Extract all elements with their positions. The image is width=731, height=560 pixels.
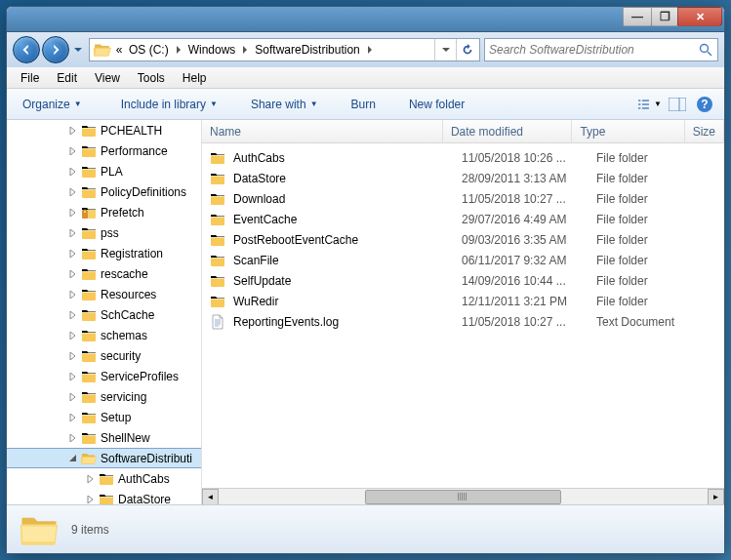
chevron-right-icon[interactable] [173,39,184,60]
expand-icon[interactable] [67,432,79,444]
scroll-thumb[interactable] [365,490,560,504]
tree-item-label: Prefetch [101,206,144,220]
menu-help[interactable]: Help [175,69,215,87]
expand-icon[interactable] [67,371,79,382]
file-row[interactable]: DataStore28/09/2011 3:13 AMFile folder [202,168,724,188]
folder-icon [210,273,225,289]
file-row[interactable]: EventCache29/07/2016 4:49 AMFile folder [202,209,724,229]
toolbar: Organize▼ Include in library▼ Share with… [7,89,724,120]
refresh-button[interactable] [456,39,477,60]
tree-item[interactable]: ShellNew [7,427,201,448]
tree-item[interactable]: servicing [7,386,201,407]
tree-item[interactable]: SoftwareDistributi [7,448,201,468]
tree-item-label: servicing [101,390,146,404]
menu-view[interactable]: View [87,69,128,87]
file-row[interactable]: Download11/05/2018 10:27 ...File folder [202,188,724,209]
tree-item[interactable]: rescache [7,263,201,284]
column-size[interactable]: Size [685,120,724,142]
scroll-left-button[interactable]: ◄ [202,489,219,505]
file-row[interactable]: ReportingEvents.log11/05/2018 10:27 ...T… [202,311,724,332]
expand-icon[interactable] [67,330,79,341]
expand-icon[interactable] [67,166,79,178]
menu-edit[interactable]: Edit [49,69,85,87]
back-button[interactable] [13,36,40,63]
share-button[interactable]: Share with▼ [243,94,326,115]
file-row[interactable]: AuthCabs11/05/2018 10:26 ...File folder [202,147,724,168]
file-row[interactable]: PostRebootEventCache09/03/2016 3:35 AMFi… [202,229,724,250]
tree-item[interactable]: schemas [7,325,201,345]
breadcrumb-item[interactable]: Windows [184,39,240,60]
tree-item[interactable]: PLA [7,161,201,181]
column-name[interactable]: Name [202,120,443,142]
address-dropdown[interactable] [434,39,456,60]
file-date: 29/07/2016 4:49 AM [462,213,596,226]
tree-item[interactable]: ServiceProfiles [7,366,201,386]
expand-icon[interactable] [85,473,97,485]
file-row[interactable]: SelfUpdate14/09/2016 10:44 ...File folde… [202,270,724,291]
tree-item[interactable]: SchCache [7,304,201,325]
expand-icon[interactable] [85,494,97,505]
menu-file[interactable]: File [13,69,47,87]
column-date[interactable]: Date modified [443,120,572,142]
tree-item[interactable]: Registration [7,243,201,263]
tree-item[interactable]: PCHEALTH [7,120,201,140]
column-type[interactable]: Type [572,120,684,142]
tree-item[interactable]: Prefetch [7,202,201,222]
file-pane: Name Date modified Type Size AuthCabs11/… [202,120,724,504]
details-pane: 9 items [7,504,724,553]
breadcrumb-item[interactable]: OS (C:) [125,39,173,60]
expand-icon[interactable] [67,350,79,362]
nav-history-dropdown[interactable] [71,36,85,63]
expand-icon[interactable] [67,289,79,300]
breadcrumb-prefix[interactable]: « [113,39,125,60]
tree-item[interactable]: Performance [7,140,201,161]
expand-icon[interactable] [67,227,79,239]
tree-item[interactable]: security [7,345,201,366]
expand-icon[interactable] [67,207,79,219]
organize-button[interactable]: Organize▼ [15,94,90,115]
close-button[interactable]: ✕ [677,7,722,26]
scroll-track[interactable] [219,489,708,505]
file-date: 14/09/2016 10:44 ... [462,274,596,288]
expand-icon[interactable] [67,125,79,137]
maximize-button[interactable]: ❐ [651,7,678,26]
forward-button[interactable] [42,36,69,63]
collapse-icon[interactable] [67,453,79,464]
tree-item[interactable]: PolicyDefinitions [7,181,201,202]
expand-icon[interactable] [67,309,79,321]
tree-item[interactable]: AuthCabs [7,468,201,489]
address-bar[interactable]: « OS (C:) Windows SoftwareDistribution [89,38,480,61]
folder-tree[interactable]: PCHEALTHPerformancePLAPolicyDefinitionsP… [7,120,202,504]
tree-item[interactable]: pss [7,222,201,243]
titlebar[interactable]: — ❐ ✕ [7,7,724,32]
view-options-button[interactable]: ▼ [638,93,662,116]
chevron-right-icon[interactable] [364,39,376,60]
scroll-right-button[interactable]: ► [708,489,724,505]
chevron-right-icon[interactable] [239,39,251,60]
tree-item[interactable]: Setup [7,407,201,427]
minimize-button[interactable]: — [623,7,652,26]
search-input[interactable] [489,43,698,57]
burn-button[interactable]: Burn [344,94,384,115]
new-folder-button[interactable]: New folder [401,94,472,115]
expand-icon[interactable] [67,248,79,260]
expand-icon[interactable] [67,145,79,157]
include-library-button[interactable]: Include in library▼ [113,94,225,115]
file-row[interactable]: WuRedir12/11/2011 3:21 PMFile folder [202,291,724,311]
help-button[interactable]: ? [693,93,716,116]
horizontal-scrollbar[interactable]: ◄ ► [202,488,724,504]
folder-icon [81,369,97,384]
preview-pane-button[interactable] [666,93,689,116]
tree-item[interactable]: Resources [7,284,201,304]
search-box[interactable] [484,38,718,61]
tree-item-label: rescache [101,267,148,281]
file-list[interactable]: AuthCabs11/05/2018 10:26 ...File folderD… [202,143,724,488]
menu-tools[interactable]: Tools [130,69,173,87]
expand-icon[interactable] [67,412,79,423]
file-row[interactable]: ScanFile06/11/2017 9:32 AMFile folder [202,250,724,270]
tree-item[interactable]: DataStore [7,489,201,504]
expand-icon[interactable] [67,186,79,198]
breadcrumb-item[interactable]: SoftwareDistribution [251,39,363,60]
expand-icon[interactable] [67,268,79,280]
expand-icon[interactable] [67,391,79,403]
